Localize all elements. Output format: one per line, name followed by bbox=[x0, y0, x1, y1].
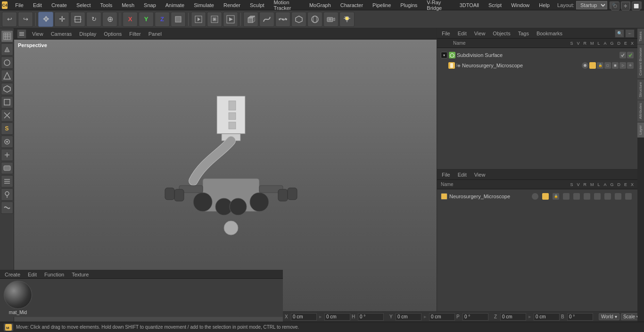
cube-button[interactable] bbox=[243, 12, 258, 27]
viewport-menu-view[interactable]: View bbox=[30, 30, 45, 38]
menu-script[interactable]: Script bbox=[487, 1, 504, 9]
render-all-button[interactable] bbox=[223, 12, 238, 27]
menu-mograph[interactable]: MoGraph bbox=[307, 1, 333, 9]
left-tool-8[interactable]: S bbox=[1, 122, 13, 135]
menu-vray[interactable]: V-Ray Bridge bbox=[425, 0, 452, 12]
menu-file[interactable]: File bbox=[13, 1, 25, 9]
vp-ctrl-zoom[interactable]: ⬜ bbox=[632, 2, 640, 10]
object-tool-button[interactable]: ⊕ bbox=[102, 12, 117, 27]
menu-motiontracker[interactable]: Motion Tracker bbox=[272, 0, 302, 12]
env-button[interactable] bbox=[307, 12, 322, 27]
nurbs-button[interactable] bbox=[275, 12, 290, 27]
obj-search-btn[interactable]: 🔍 bbox=[615, 29, 624, 38]
mat-menu-function[interactable]: Function bbox=[42, 271, 66, 278]
camera-button[interactable] bbox=[323, 12, 339, 27]
menu-select[interactable]: Select bbox=[74, 1, 93, 9]
viewport-menu-icon[interactable] bbox=[17, 29, 26, 39]
rotate-tool-button[interactable]: ↻ bbox=[86, 12, 101, 27]
left-tool-13[interactable] bbox=[1, 188, 13, 201]
viewport-menu-filter[interactable]: Filter bbox=[127, 30, 142, 38]
model-mode-button[interactable] bbox=[171, 12, 186, 27]
mat-item[interactable]: mat_Mid bbox=[4, 281, 32, 315]
left-tool-2[interactable] bbox=[1, 43, 13, 56]
left-tool-6[interactable] bbox=[1, 96, 13, 108]
mat-menu-edit[interactable]: Edit bbox=[26, 271, 39, 278]
left-tool-4[interactable] bbox=[1, 70, 13, 82]
left-tool-5[interactable] bbox=[1, 83, 13, 95]
coord-p-input[interactable] bbox=[462, 313, 488, 321]
menu-mesh[interactable]: Mesh bbox=[120, 1, 136, 9]
coord-x1-input[interactable] bbox=[291, 313, 317, 321]
scale-tool-button[interactable] bbox=[70, 12, 85, 27]
coord-y2-input[interactable] bbox=[429, 313, 455, 321]
coord-z1-input[interactable] bbox=[500, 313, 526, 321]
menu-animate[interactable]: Animate bbox=[164, 1, 186, 9]
deformer-button[interactable] bbox=[291, 12, 306, 27]
y-axis-button[interactable]: Y bbox=[139, 12, 154, 27]
menu-edit[interactable]: Edit bbox=[31, 1, 44, 9]
mat-menu-texture[interactable]: Texture bbox=[70, 271, 91, 278]
coord-h-input[interactable] bbox=[358, 313, 384, 321]
left-tool-12[interactable] bbox=[1, 175, 13, 187]
left-tool-14[interactable] bbox=[1, 202, 13, 214]
vp-ctrl-move[interactable]: ✛ bbox=[621, 2, 630, 10]
left-tool-7[interactable] bbox=[1, 109, 13, 121]
tab-attributes[interactable]: Attributes bbox=[637, 100, 644, 122]
mat-ball-preview[interactable] bbox=[4, 281, 32, 309]
left-tool-9[interactable] bbox=[1, 136, 13, 148]
light-button[interactable] bbox=[339, 12, 355, 27]
attr-menu-edit[interactable]: Edit bbox=[456, 171, 469, 178]
menu-simulate[interactable]: Simulate bbox=[192, 1, 216, 9]
spline-button[interactable] bbox=[259, 12, 274, 27]
obj-menu-file[interactable]: File bbox=[440, 30, 452, 37]
menu-tools[interactable]: Tools bbox=[98, 1, 114, 9]
obj-menu-objects[interactable]: Objects bbox=[491, 30, 512, 37]
menu-sculpt[interactable]: Sculpt bbox=[248, 1, 266, 9]
z-axis-button[interactable]: Z bbox=[155, 12, 170, 27]
obj-row-subdivision[interactable]: ▾ Subdivision Surface bbox=[439, 50, 636, 60]
menu-window[interactable]: Window bbox=[509, 1, 531, 9]
attr-row-microscope[interactable]: Neurosurgery_Microscope 🔒 bbox=[439, 191, 636, 202]
tab-layer[interactable]: Layer bbox=[637, 122, 644, 138]
obj-collapse-btn[interactable]: ← bbox=[625, 29, 635, 38]
viewport-menu-cameras[interactable]: Cameras bbox=[49, 30, 74, 38]
tab-content-browser[interactable]: Content Browser bbox=[637, 44, 644, 79]
menu-create[interactable]: Create bbox=[50, 1, 69, 9]
select-tool-button[interactable]: ✥ bbox=[38, 12, 53, 27]
menu-character[interactable]: Character bbox=[339, 1, 365, 9]
menu-snap[interactable]: Snap bbox=[142, 1, 158, 9]
coord-x2-input[interactable] bbox=[324, 313, 350, 321]
left-tool-3[interactable] bbox=[1, 57, 13, 69]
menu-3dtoall[interactable]: 3DTOAll bbox=[458, 1, 481, 9]
menu-render[interactable]: Render bbox=[222, 1, 242, 9]
mat-menu-create[interactable]: Create bbox=[3, 271, 22, 278]
tab-takes[interactable]: Takes bbox=[637, 28, 644, 44]
obj-row-microscope[interactable]: l◈ Neurosurgery_Microscope 🔒 ◻ ◼ ▷ ✛ bbox=[439, 60, 636, 71]
attr-menu-file[interactable]: File bbox=[440, 171, 452, 178]
render-view-button[interactable] bbox=[191, 12, 206, 27]
coord-y1-input[interactable] bbox=[396, 313, 421, 321]
undo-button[interactable]: ↩ bbox=[2, 12, 17, 27]
layout-select[interactable]: Startup bbox=[576, 1, 607, 9]
left-tool-1[interactable] bbox=[1, 30, 13, 42]
vp-ctrl-expand[interactable]: ⬡ bbox=[611, 2, 619, 10]
obj-menu-bookmarks[interactable]: Bookmarks bbox=[535, 30, 564, 37]
coord-b-input[interactable] bbox=[567, 313, 593, 321]
left-tool-10[interactable] bbox=[1, 149, 13, 161]
obj-menu-tags[interactable]: Tags bbox=[516, 30, 531, 37]
menu-help[interactable]: Help bbox=[537, 1, 552, 9]
maxon-logo[interactable]: M bbox=[4, 324, 13, 331]
move-tool-button[interactable]: ✛ bbox=[54, 12, 69, 27]
menu-plugins[interactable]: Plugins bbox=[398, 1, 419, 9]
redo-button[interactable]: ↪ bbox=[18, 12, 33, 27]
left-tool-11[interactable] bbox=[1, 162, 13, 174]
attr-menu-view[interactable]: View bbox=[472, 171, 487, 178]
obj-expand-subdivision[interactable]: ▾ bbox=[441, 52, 447, 58]
coord-z2-input[interactable] bbox=[534, 313, 560, 321]
render-region-button[interactable] bbox=[207, 12, 222, 27]
viewport-menu-options[interactable]: Options bbox=[102, 30, 124, 38]
viewport-menu-panel[interactable]: Panel bbox=[147, 30, 164, 38]
obj-menu-edit[interactable]: Edit bbox=[456, 30, 469, 37]
x-axis-button[interactable]: X bbox=[123, 12, 138, 27]
world-dropdown[interactable]: World ▾ bbox=[599, 313, 619, 320]
